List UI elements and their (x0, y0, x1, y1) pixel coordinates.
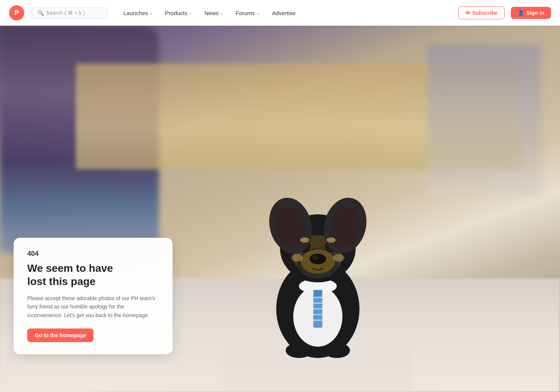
signin-button[interactable]: 👤 Sign in (511, 7, 551, 19)
svg-point-11 (286, 343, 312, 358)
error-code: 404 (27, 250, 159, 258)
chevron-down-icon: ⌄ (189, 11, 192, 15)
error-card: 404 We seem to have lost this page Pleas… (14, 238, 173, 354)
search-placeholder-text: Search ( ⌘ + k ) (46, 10, 85, 16)
nav-advertise-label: Advertise (272, 10, 296, 16)
nav-items: Launches ⌄ Products ⌄ News ⌄ Forums ⌄ Ad… (118, 7, 301, 19)
nav-item-products[interactable]: Products ⌄ (160, 7, 198, 19)
nav-item-forums[interactable]: Forums ⌄ (230, 7, 265, 19)
error-title-line1: We seem to have (27, 262, 113, 274)
navbar: P 🔍 Search ( ⌘ + k ) Launches ⌄ Products… (0, 0, 560, 26)
bg-people-right (428, 45, 541, 196)
subscribe-label: Subscribe (472, 10, 498, 16)
nav-news-label: News (204, 10, 219, 16)
go-to-homepage-button[interactable]: Go to the homepage (27, 328, 93, 342)
signin-icon: 👤 (518, 10, 524, 16)
svg-point-17 (310, 254, 326, 264)
svg-point-32 (327, 237, 336, 243)
svg-point-31 (300, 237, 309, 243)
logo-button[interactable]: P (9, 5, 24, 20)
svg-point-34 (333, 254, 344, 262)
svg-point-33 (291, 254, 303, 262)
error-title-line2: lost this page (27, 276, 95, 287)
svg-point-12 (324, 343, 350, 358)
chevron-down-icon: ⌄ (149, 11, 153, 15)
chevron-down-icon: ⌄ (220, 11, 224, 15)
svg-point-18 (313, 255, 319, 260)
nav-launches-label: Launches (123, 10, 148, 16)
nav-products-label: Products (165, 10, 187, 16)
error-description: Please accept these adorable photos of o… (27, 294, 159, 319)
nav-item-advertise[interactable]: Advertise (267, 7, 301, 19)
dog-illustration (223, 90, 412, 392)
error-title: We seem to have lost this page (27, 262, 159, 288)
logo-letter: P (14, 9, 19, 17)
search-box[interactable]: 🔍 Search ( ⌘ + k ) (32, 7, 107, 19)
chevron-down-icon: ⌄ (257, 11, 260, 15)
search-icon: 🔍 (37, 10, 44, 16)
signin-label: Sign in (526, 10, 544, 16)
nav-item-news[interactable]: News ⌄ (199, 7, 229, 19)
nav-item-launches[interactable]: Launches ⌄ (118, 7, 158, 19)
subscribe-button[interactable]: ✉ Subscribe (458, 6, 505, 19)
subscribe-icon: ✉ (465, 10, 470, 16)
nav-forums-label: Forums (236, 10, 255, 16)
